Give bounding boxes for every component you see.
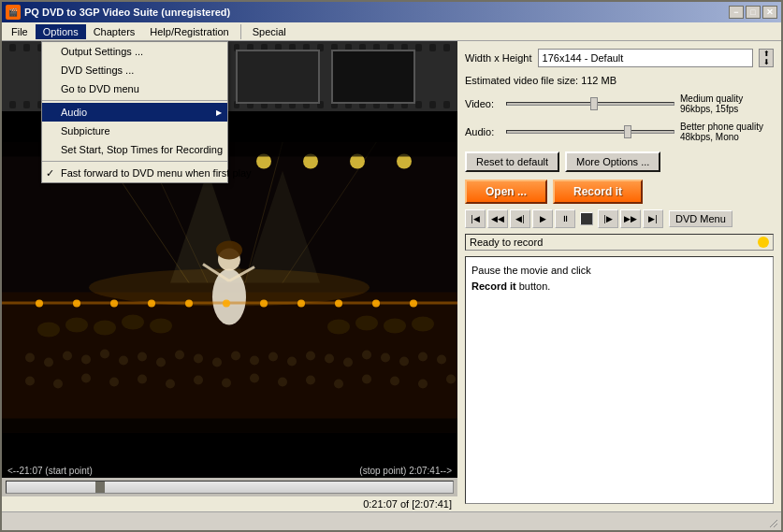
status-text: Ready to record xyxy=(470,237,543,248)
svg-point-63 xyxy=(399,357,409,367)
play-button[interactable]: ▶ xyxy=(532,209,553,228)
svg-point-76 xyxy=(306,376,315,385)
step-fwd-button[interactable]: |▶ xyxy=(598,209,618,228)
time-status: 0:21:07 of [2:07:41] xyxy=(2,496,457,511)
open-button[interactable]: Open ... xyxy=(465,180,547,204)
audio-slider-thumb[interactable] xyxy=(624,125,631,138)
estimated-size-row: Estimated video file size: 112 MB xyxy=(465,75,774,86)
svg-point-18 xyxy=(94,321,116,336)
svg-point-70 xyxy=(138,375,147,384)
svg-point-50 xyxy=(156,358,166,367)
svg-point-28 xyxy=(216,241,242,260)
rewind-end-button[interactable]: |◀ xyxy=(465,209,486,228)
menu-set-times[interactable]: Set Start, Stop Times for Recording xyxy=(42,140,227,159)
fast-fwd-button[interactable]: ▶▶ xyxy=(620,209,641,228)
svg-point-62 xyxy=(381,353,390,363)
menu-dvd-settings[interactable]: DVD Settings ... xyxy=(42,61,227,79)
spinner-icon: ⬆⬇ xyxy=(763,50,770,66)
rewind-button[interactable]: ◀◀ xyxy=(487,209,508,228)
seek-bar[interactable] xyxy=(6,481,454,494)
svg-point-71 xyxy=(166,380,175,389)
estimated-label: Estimated video file size: xyxy=(465,75,578,86)
info-link: Record it xyxy=(471,280,516,292)
fwd-end-button[interactable]: ▶| xyxy=(643,209,663,228)
svg-point-55 xyxy=(250,356,259,366)
resize-icon xyxy=(766,516,777,527)
status-icon xyxy=(758,237,769,248)
current-time: 0:21:07 of [2:07:41] xyxy=(363,498,452,510)
menu-chapters[interactable]: Chapters xyxy=(86,24,143,39)
menu-file[interactable]: File xyxy=(4,24,36,39)
svg-point-79 xyxy=(390,377,399,386)
menu-options[interactable]: Options xyxy=(36,24,86,39)
action-buttons-row: Open ... Record it xyxy=(465,180,774,204)
film-hole xyxy=(23,101,30,108)
film-hole xyxy=(429,101,436,108)
minimize-button[interactable]: − xyxy=(729,6,744,19)
svg-point-56 xyxy=(268,352,278,362)
svg-point-73 xyxy=(222,379,231,388)
window-bottom xyxy=(2,511,781,530)
svg-line-85 xyxy=(774,524,777,527)
video-quality-row: Video: Medium quality96kbps, 15fps xyxy=(465,93,774,114)
svg-point-61 xyxy=(362,351,371,360)
svg-point-75 xyxy=(278,378,287,387)
svg-point-34 xyxy=(110,300,118,308)
svg-point-20 xyxy=(150,319,172,334)
menu-help[interactable]: Help/Registration xyxy=(142,24,236,39)
resolution-row: Width x Height 176x144 - Default ⬆⬇ xyxy=(465,49,774,67)
svg-point-19 xyxy=(122,315,144,330)
video-quality-text: Medium quality96kbps, 15fps xyxy=(680,93,774,114)
menu-subpicture[interactable]: Subpicture xyxy=(42,122,227,140)
seek-bar-thumb xyxy=(95,482,105,493)
resolution-dropdown[interactable]: 176x144 - Default xyxy=(538,49,753,67)
svg-point-24 xyxy=(412,317,434,332)
menu-goto-dvd[interactable]: Go to DVD menu xyxy=(42,79,227,98)
status-bar: Ready to record xyxy=(465,234,774,251)
reset-button[interactable]: Reset to default xyxy=(465,151,559,172)
menu-audio[interactable]: Audio xyxy=(42,103,227,122)
video-slider-thumb[interactable] xyxy=(590,97,598,110)
record-button[interactable]: Record it xyxy=(553,180,643,204)
audio-quality-row: Audio: Better phone quality48kbps, Mono xyxy=(465,122,774,142)
menu-separator xyxy=(240,24,241,39)
menu-output-settings[interactable]: Output Settings ... xyxy=(42,42,227,61)
svg-point-78 xyxy=(362,375,371,384)
maximize-button[interactable]: □ xyxy=(746,6,761,19)
svg-point-42 xyxy=(410,300,417,308)
film-hole xyxy=(9,44,16,51)
title-bar-buttons: − □ ✕ xyxy=(729,6,777,19)
svg-point-66 xyxy=(25,377,35,386)
svg-point-65 xyxy=(437,355,446,365)
video-slider-container xyxy=(506,96,674,111)
film-hole xyxy=(443,44,450,51)
film-hole xyxy=(429,44,436,51)
resolution-spinner[interactable]: ⬆⬇ xyxy=(759,49,774,67)
svg-point-64 xyxy=(418,352,428,362)
pause-button[interactable]: ⏸ xyxy=(555,209,575,228)
menu-special[interactable]: Special xyxy=(245,24,294,39)
stop-button[interactable] xyxy=(580,212,593,225)
dvd-menu-button[interactable]: DVD Menu xyxy=(669,210,732,227)
film-hole xyxy=(9,101,16,108)
close-button[interactable]: ✕ xyxy=(762,6,777,19)
svg-point-49 xyxy=(138,352,147,362)
window-title: PQ DVD to 3GP Video Suite (unregistered) xyxy=(24,7,230,18)
estimated-value: 112 MB xyxy=(581,75,616,86)
svg-point-72 xyxy=(194,376,203,385)
end-time-label: (stop point) 2:07:41--> xyxy=(359,466,452,476)
svg-point-46 xyxy=(81,355,91,365)
svg-point-43 xyxy=(25,353,35,363)
audio-slider-container xyxy=(506,124,674,139)
step-back-button[interactable]: ◀| xyxy=(510,209,530,228)
resolution-value: 176x144 - Default xyxy=(543,52,624,64)
audio-quality-text: Better phone quality48kbps, Mono xyxy=(680,122,774,142)
svg-point-77 xyxy=(334,380,343,389)
more-options-button[interactable]: More Options ... xyxy=(565,151,660,172)
menu-fast-forward[interactable]: Fast forward to DVD menu when first play xyxy=(42,164,227,182)
resolution-label: Width x Height xyxy=(465,52,532,64)
resize-handle[interactable] xyxy=(766,516,777,527)
svg-point-17 xyxy=(65,318,88,333)
svg-point-67 xyxy=(53,380,63,389)
svg-point-36 xyxy=(185,300,193,308)
